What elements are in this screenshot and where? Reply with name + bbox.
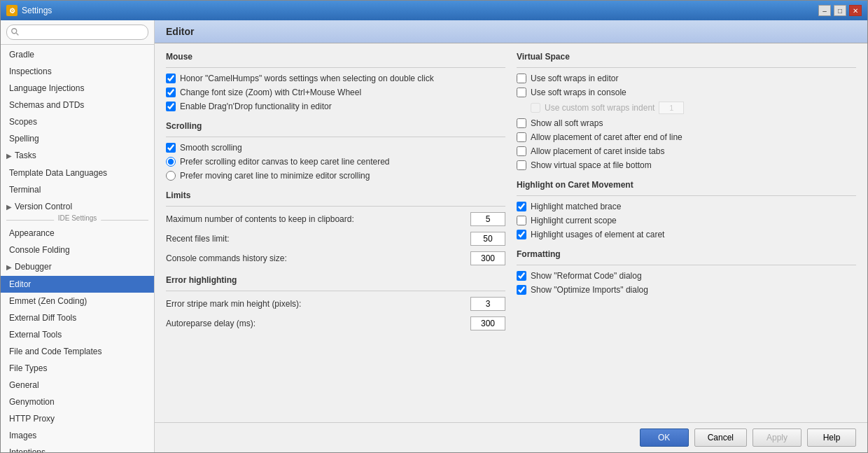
sidebar-item-file-types[interactable]: File Types <box>1 360 154 377</box>
sidebar: Gradle Inspections Language Injections S… <box>1 20 155 452</box>
stripe-height-row: Error stripe mark min height (pixels): <box>166 297 505 311</box>
sidebar-item-console-folding[interactable]: Console Folding <box>1 242 154 258</box>
drag-drop-option: Enable Drag'n'Drop functionality in edit… <box>166 102 505 111</box>
sidebar-item-general[interactable]: General <box>1 377 154 393</box>
soft-wraps-editor-checkbox[interactable] <box>517 74 526 83</box>
highlight-scope-checkbox[interactable] <box>517 216 526 225</box>
prefer-minimize-radio[interactable] <box>166 171 176 181</box>
placement-inside-tabs-label: Allow placement of caret inside tabs <box>531 146 664 156</box>
highlight-usages-checkbox[interactable] <box>517 230 526 239</box>
camelhumps-label: Honor "CamelHumps" words settings when s… <box>180 74 434 83</box>
sidebar-item-emmet[interactable]: Emmet (Zen Coding) <box>1 293 154 309</box>
limits-section-title: Limits <box>166 190 505 200</box>
main-content: Gradle Inspections Language Injections S… <box>1 20 867 452</box>
sidebar-item-schemas-dtds[interactable]: Schemas and DTDs <box>1 97 154 113</box>
sidebar-item-gradle[interactable]: Gradle <box>1 46 154 63</box>
placement-after-end-label: Allow placement of caret after end of li… <box>531 132 682 142</box>
formatting-section: Formatting Show "Reformat Code" dialog S… <box>517 249 856 295</box>
highlight-brace-checkbox[interactable] <box>517 202 526 211</box>
help-button[interactable]: Help <box>807 428 856 447</box>
placement-after-end-checkbox[interactable] <box>517 132 526 142</box>
window-title: Settings <box>22 6 818 15</box>
highlight-brace-label: Highlight matched brace <box>531 202 621 211</box>
sidebar-item-version-control[interactable]: ▶Version Control <box>1 198 154 216</box>
show-virtual-space-bottom-checkbox[interactable] <box>517 160 526 170</box>
custom-soft-wraps-checkbox[interactable] <box>531 103 540 113</box>
sidebar-item-debugger[interactable]: ▶Debugger <box>1 258 154 276</box>
virtual-space-title: Virtual Space <box>517 52 856 62</box>
ok-button[interactable]: OK <box>640 428 689 447</box>
bottom-bar: OK Cancel Apply Help <box>155 422 867 452</box>
sidebar-item-intentions[interactable]: Intentions <box>1 444 154 452</box>
sidebar-item-tasks[interactable]: ▶Tasks <box>1 147 154 165</box>
sidebar-item-external-tools[interactable]: External Tools <box>1 326 154 343</box>
placement-inside-tabs-checkbox[interactable] <box>517 146 526 156</box>
cancel-button[interactable]: Cancel <box>694 428 747 447</box>
sidebar-item-external-diff[interactable]: External Diff Tools <box>1 309 154 326</box>
sidebar-list: Gradle Inspections Language Injections S… <box>1 45 154 452</box>
recent-files-input[interactable] <box>470 232 505 246</box>
sidebar-item-appearance[interactable]: Appearance <box>1 225 154 242</box>
panel-header: Editor <box>155 20 867 43</box>
search-input[interactable] <box>6 25 148 40</box>
camelhumps-checkbox[interactable] <box>166 74 176 83</box>
window-controls: – □ ✕ <box>818 5 862 16</box>
console-history-label: Console commands history size: <box>166 253 465 263</box>
app-icon: ⚙ <box>6 5 18 16</box>
drag-drop-label: Enable Drag'n'Drop functionality in edit… <box>180 102 332 111</box>
optimize-imports-checkbox[interactable] <box>517 285 526 295</box>
close-button[interactable]: ✕ <box>849 5 862 16</box>
prefer-centered-radio[interactable] <box>166 157 176 167</box>
sidebar-item-genymotion[interactable]: Genymotion <box>1 393 154 410</box>
mouse-section-title: Mouse <box>166 52 505 62</box>
sidebar-item-http-proxy[interactable]: HTTP Proxy <box>1 410 154 427</box>
zoom-mouse-label: Change font size (Zoom) with Ctrl+Mouse … <box>180 88 361 97</box>
highlight-scope-option: Highlight current scope <box>517 216 856 225</box>
reformat-dialog-checkbox[interactable] <box>517 271 526 281</box>
smooth-scrolling-option: Smooth scrolling <box>166 143 505 153</box>
sidebar-item-spelling[interactable]: Spelling <box>1 130 154 147</box>
virtual-space-section: Virtual Space Use soft wraps in editor U… <box>517 52 856 170</box>
ide-settings-label: IDE Settings <box>54 214 102 222</box>
prefer-minimize-option: Prefer moving caret line to minimize edi… <box>166 171 505 181</box>
zoom-mouse-checkbox[interactable] <box>166 88 176 97</box>
sidebar-item-file-code-templates[interactable]: File and Code Templates <box>1 343 154 360</box>
prefer-minimize-label: Prefer moving caret line to minimize edi… <box>180 171 370 181</box>
panel-body: Mouse Honor "CamelHumps" words settings … <box>155 43 867 422</box>
sidebar-item-scopes[interactable]: Scopes <box>1 113 154 130</box>
soft-wraps-console-checkbox[interactable] <box>517 88 526 97</box>
recent-files-label: Recent files limit: <box>166 234 465 244</box>
console-history-input[interactable] <box>470 251 505 265</box>
error-highlighting-title: Error highlighting <box>166 275 505 285</box>
highlight-usages-option: Highlight usages of element at caret <box>517 230 856 239</box>
mouse-section: Mouse Honor "CamelHumps" words settings … <box>166 52 505 111</box>
right-panel: Editor Mouse Honor "CamelHumps" words se… <box>155 20 867 452</box>
autoreparse-input[interactable] <box>470 316 505 330</box>
sidebar-item-terminal[interactable]: Terminal <box>1 181 154 198</box>
scrolling-section-title: Scrolling <box>166 121 505 131</box>
sidebar-item-template-data-languages[interactable]: Template Data Languages <box>1 165 154 181</box>
sidebar-item-images[interactable]: Images <box>1 427 154 444</box>
drag-drop-checkbox[interactable] <box>166 102 176 111</box>
right-column: Virtual Space Use soft wraps in editor U… <box>517 52 856 340</box>
maximize-button[interactable]: □ <box>834 5 846 16</box>
highlight-caret-title: Highlight on Caret Movement <box>517 180 856 190</box>
apply-button[interactable]: Apply <box>752 428 802 447</box>
settings-window: ⚙ Settings – □ ✕ Gradle Inspections Lang… <box>0 0 868 453</box>
show-all-soft-wraps-option: Show all soft wraps <box>517 118 856 128</box>
smooth-scrolling-checkbox[interactable] <box>166 143 176 153</box>
prefer-centered-option: Prefer scrolling editor canvas to keep c… <box>166 157 505 167</box>
sidebar-item-editor[interactable]: Editor <box>1 276 154 293</box>
sidebar-item-inspections[interactable]: Inspections <box>1 63 154 80</box>
stripe-height-input[interactable] <box>470 297 505 311</box>
smooth-scrolling-label: Smooth scrolling <box>180 143 242 153</box>
clipboard-limit-input[interactable] <box>470 212 505 226</box>
panel-title: Editor <box>166 26 194 37</box>
limits-section: Limits Maximum number of contents to kee… <box>166 190 505 265</box>
soft-wraps-editor-label: Use soft wraps in editor <box>531 74 618 83</box>
sidebar-item-language-injections[interactable]: Language Injections <box>1 80 154 97</box>
show-all-soft-wraps-checkbox[interactable] <box>517 118 526 128</box>
minimize-button[interactable]: – <box>818 5 831 16</box>
highlight-usages-label: Highlight usages of element at caret <box>531 230 664 239</box>
title-bar: ⚙ Settings – □ ✕ <box>1 1 867 20</box>
